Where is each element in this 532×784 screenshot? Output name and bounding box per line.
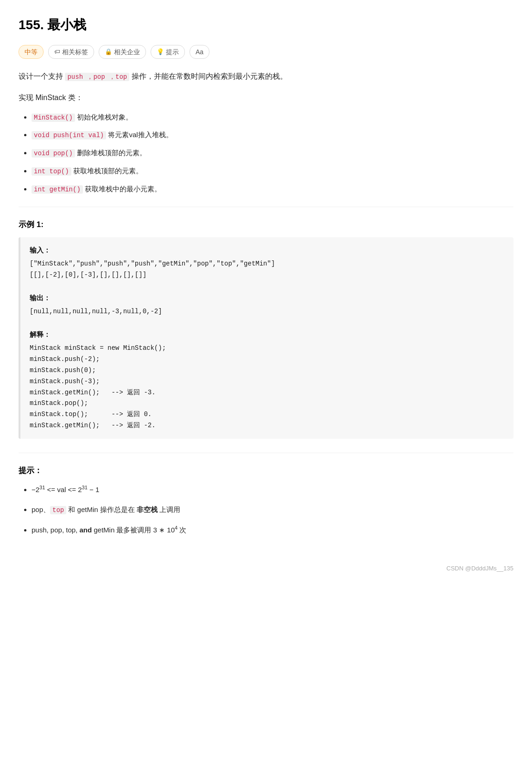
method-code-1: MinStack() (32, 114, 75, 122)
example-section: 示例 1: 输入： ["MinStack","push","push","pus… (19, 218, 513, 439)
problem-description: 设计一个支持 push ，pop ，top 操作，并能在常数时间内检索到最小元素… (19, 70, 513, 83)
desc-ops: push ，pop ，top (65, 73, 129, 81)
footer: CSDN @DdddJMs__135 (19, 564, 513, 574)
tag-related-company[interactable]: 🔒 相关企业 (99, 45, 146, 59)
footer-text: CSDN @DdddJMs__135 (446, 565, 513, 572)
lock-icon: 🔒 (105, 47, 112, 57)
divider (19, 207, 513, 207)
tag-icon: 🏷 (54, 47, 60, 57)
desc-suffix: 操作，并能在常数时间内检索到最小元素的栈。 (129, 72, 287, 80)
method-code-5: int getMin() (32, 185, 83, 194)
tag-hint[interactable]: 💡 提示 (151, 45, 185, 59)
top-inline: top (50, 506, 66, 514)
font-size-label: Aa (196, 47, 203, 57)
tag-font-size[interactable]: Aa (190, 45, 209, 59)
hint-item-3: push, pop, top, and getMin 最多被调用 3 ∗ 104… (32, 524, 513, 536)
difficulty-label: 中等 (25, 47, 38, 57)
method-desc-2: 将元素val推入堆栈。 (108, 131, 172, 139)
hint-icon: 💡 (157, 47, 164, 57)
related-tags-label: 相关标签 (62, 47, 88, 57)
explain-label: 解释： (30, 329, 504, 340)
hint-item-2: pop、top 和 getMin 操作总是在 非空栈 上调用 (32, 503, 513, 516)
divider-2 (19, 453, 513, 453)
hints-section: 提示： −231 <= val <= 231 − 1 pop、top 和 get… (19, 464, 513, 536)
desc-prefix: 设计一个支持 (19, 72, 65, 80)
method-desc-4: 获取堆栈顶部的元素。 (73, 167, 143, 175)
list-item: int getMin() 获取堆栈中的最小元素。 (32, 183, 513, 196)
list-item: int top() 获取堆栈顶部的元素。 (32, 165, 513, 177)
hint-label: 提示 (166, 47, 179, 57)
list-item: void push(int val) 将元素val推入堆栈。 (32, 129, 513, 141)
method-code-2: void push(int val) (32, 131, 106, 139)
input-code: ["MinStack","push","push","push","getMin… (30, 259, 504, 281)
example-title: 示例 1: (19, 218, 513, 231)
list-item: MinStack() 初始化堆栈对象。 (32, 111, 513, 124)
list-item: void pop() 删除堆栈顶部的元素。 (32, 147, 513, 159)
tags-row: 中等 🏷 相关标签 🔒 相关企业 💡 提示 Aa (19, 45, 513, 59)
implement-label: 实现 MinStack 类： (19, 92, 513, 104)
method-desc-5: 获取堆栈中的最小元素。 (85, 185, 161, 193)
method-list: MinStack() 初始化堆栈对象。 void push(int val) 将… (19, 111, 513, 196)
method-code-3: void pop() (32, 149, 75, 158)
example-block: 输入： ["MinStack","push","push","push","ge… (19, 237, 513, 439)
hint-list: −231 <= val <= 231 − 1 pop、top 和 getMin … (19, 483, 513, 536)
hints-title: 提示： (19, 464, 513, 477)
hint-item-1: −231 <= val <= 231 − 1 (32, 483, 513, 496)
tag-difficulty[interactable]: 中等 (19, 45, 44, 59)
explain-code: MinStack minStack = new MinStack(); minS… (30, 343, 504, 431)
method-desc-1: 初始化堆栈对象。 (77, 113, 133, 121)
related-company-label: 相关企业 (114, 47, 140, 57)
input-label: 输入： (30, 245, 504, 256)
method-desc-3: 删除堆栈顶部的元素。 (77, 149, 146, 157)
tag-related-tags[interactable]: 🏷 相关标签 (48, 45, 94, 59)
page-title: 155. 最小栈 (19, 15, 513, 36)
method-code-4: int top() (32, 167, 71, 176)
output-label: 输出： (30, 292, 504, 303)
output-code: [null,null,null,null,-3,null,0,-2] (30, 306, 504, 317)
